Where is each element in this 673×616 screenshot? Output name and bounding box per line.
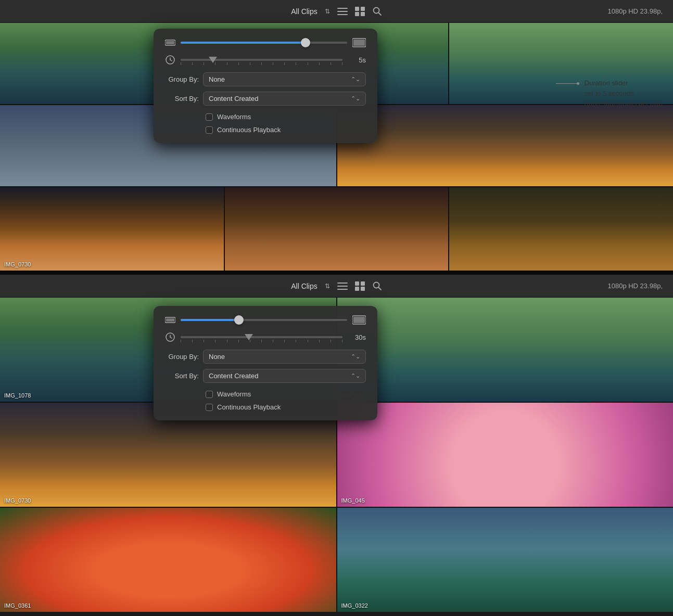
top-popup: 5s Group By: None ⌃⌄ Sort By: Content Cr… [154,29,377,143]
top-sort-by-label: Sort By: [165,95,199,102]
bottom-duration-clock-icon [165,332,175,342]
svg-line-15 [170,60,172,61]
thumb-label-img0730-bottom: IMG_0730 [4,497,31,504]
bottom-popup: 30s Group By: None ⌃⌄ Sort By: Content C… [154,306,377,420]
thumb-top-7 [449,187,673,271]
thumb-bottom-5: IMG_0361 [0,508,336,612]
bottom-resolution: 1080p HD 23.98p, [607,282,663,290]
svg-rect-2 [337,14,348,15]
svg-rect-16 [337,283,348,284]
clips-sort-icon: ⇅ [325,8,330,15]
top-continuous-label: Continuous Playback [217,126,281,134]
duration-slider[interactable] [181,59,342,61]
duration-clock-icon [165,55,175,65]
bottom-group-by-select[interactable]: None ⌃⌄ [203,350,366,364]
top-annotation-line3: (more thumbnails per clip) [585,98,663,109]
svg-rect-3 [355,7,359,11]
svg-line-8 [378,12,381,15]
top-waveforms-label: Waveforms [217,113,251,121]
svg-point-23 [373,282,379,288]
svg-rect-10 [166,41,174,44]
svg-rect-17 [337,286,348,287]
thumb-label-img1078: IMG_1078 [4,392,31,399]
bottom-group-by-label: Group By: [165,353,199,361]
svg-point-7 [373,7,379,13]
bottom-toolbar: All Clips ⇅ 1080p HD 23.98p, [0,275,673,298]
bottom-waveforms-checkbox[interactable] [206,391,213,398]
thumb-top-6 [225,187,449,271]
svg-rect-28 [353,317,365,323]
top-continuous-checkbox[interactable] [206,126,213,134]
bottom-continuous-row: Continuous Playback [206,403,366,411]
top-continuous-row: Continuous Playback [206,126,366,134]
svg-rect-22 [361,287,365,291]
bottom-sort-by-select[interactable]: Content Created ⌃⌄ [203,369,366,383]
svg-rect-4 [361,7,365,11]
search-icon[interactable] [373,7,382,16]
thumb-size-slider[interactable] [181,42,347,44]
bottom-waveforms-row: Waveforms [206,390,366,398]
bottom-grid-view-icon[interactable] [355,281,365,291]
thumb-large-icon [352,38,366,47]
svg-rect-6 [361,12,365,16]
all-clips-button[interactable]: All Clips [291,7,318,16]
top-annotation-line2: set to 5 seconds [585,88,663,99]
thumb-label-0730-top: IMG_0730 [4,261,31,267]
bottom-thumb-small-icon [165,316,175,324]
top-toolbar: All Clips ⇅ 1080p H [0,0,673,23]
thumb-top-4 [337,105,674,186]
bottom-continuous-checkbox[interactable] [206,404,213,411]
svg-rect-21 [355,287,359,291]
bottom-thumb-size-slider[interactable] [181,319,347,321]
bottom-waveforms-label: Waveforms [217,390,251,398]
top-group-by-select[interactable]: None ⌃⌄ [203,72,366,86]
svg-line-24 [378,287,381,290]
grid-view-icon[interactable] [355,7,365,16]
top-annotation-line1: Duration slider [585,78,663,88]
top-waveforms-row: Waveforms [206,113,366,121]
bottom-thumb-large-icon [352,315,366,325]
bottom-sort-by-label: Sort By: [165,372,199,380]
bottom-clips-sort-icon: ⇅ [325,283,330,290]
bottom-list-view-icon[interactable] [337,282,348,290]
svg-rect-5 [355,12,359,16]
thumb-label-img0322: IMG_0322 [341,602,368,609]
svg-rect-0 [337,8,348,9]
svg-rect-20 [361,281,365,286]
top-sort-by-select[interactable]: Content Created ⌃⌄ [203,92,366,106]
svg-rect-19 [355,281,359,286]
top-duration-value: 5s [348,56,366,64]
thumb-small-icon [165,39,175,46]
bottom-duration-slider[interactable] [181,336,342,338]
thumb-bottom-4: IMG_045 [337,403,674,507]
top-annotation: Duration slider set to 5 seconds (more t… [556,78,663,109]
svg-line-31 [170,337,172,338]
bottom-search-icon[interactable] [373,281,382,291]
thumb-label-img0361: IMG_0361 [4,602,31,609]
top-resolution: 1080p HD 23.98p, [607,7,663,15]
bottom-all-clips-button[interactable]: All Clips [291,282,318,290]
thumb-label-img045: IMG_045 [341,497,365,504]
bottom-panel: All Clips ⇅ 1080p HD 23.98p, [0,275,673,612]
thumb-bottom-2: IMG_087 [337,298,674,402]
top-group-by-label: Group By: [165,75,199,83]
list-view-icon[interactable] [337,7,348,16]
thumb-top-5 [0,187,224,271]
svg-rect-12 [353,40,365,46]
top-panel: All Clips ⇅ 1080p H [0,0,673,271]
svg-rect-18 [337,289,348,290]
thumb-bottom-6: IMG_0322 [337,508,674,612]
bottom-continuous-label: Continuous Playback [217,403,281,411]
panel-separator [0,271,673,275]
top-waveforms-checkbox[interactable] [206,113,213,121]
svg-rect-26 [166,318,174,322]
svg-rect-1 [337,11,348,12]
bottom-duration-value: 30s [348,333,366,341]
